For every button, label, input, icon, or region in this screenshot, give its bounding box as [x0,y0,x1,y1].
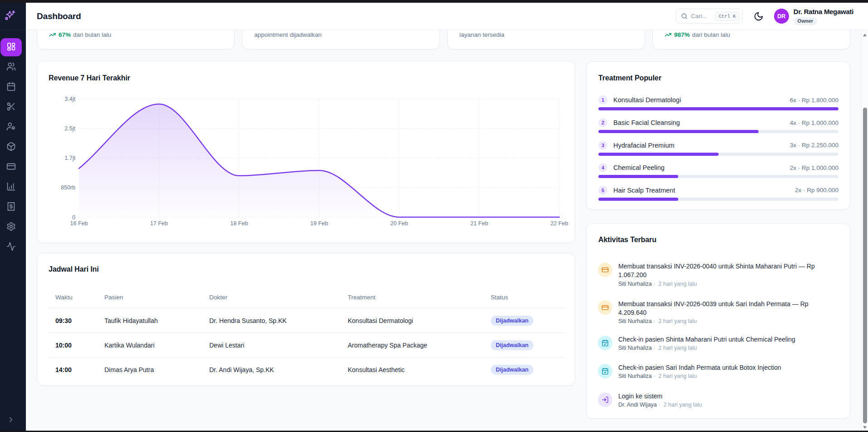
stat-text: layanan tersedia [459,30,504,40]
schedule-row[interactable]: 14:00 Dimas Arya Putra Dr. Andi Wijaya, … [48,357,565,382]
sidebar [0,3,26,432]
treatment-item[interactable]: 4Chemical Peeling2x · Rp 1.000.000 [598,163,838,184]
stat-trend: 67% dari bulan lalu [49,30,111,40]
rank-badge: 5 [598,186,607,195]
app-window: Dashboard Cari... Ctrl K DR Dr. Ratna Me… [0,3,868,432]
sidebar-item-patients[interactable] [2,58,20,76]
schedule-row[interactable]: 10:00 Kartika Wulandari Dewi Lestari Aro… [48,333,565,357]
stat-card-revenue: 67% dari bulan lalu [37,30,235,50]
activity-actor: Siti Nurhaliza [618,373,652,379]
treatment-name: Basic Facial Cleansing [613,119,680,126]
users-icon [6,62,16,73]
user-info[interactable]: Dr. Ratna Megawati Owner [794,8,853,25]
moon-icon [754,11,764,21]
treatment-item[interactable]: 5Hair Scalp Treatment2x · Rp 900.000 [598,186,838,207]
dashboard-content: 67% dari bulan lalu appointment dijadwal… [26,30,868,432]
svg-text:3.4jt: 3.4jt [64,96,75,102]
progress-fill [598,198,678,201]
column-header-dokter: Dokter [209,294,348,301]
progress-track [598,107,838,110]
cell-time: 14:00 [55,366,104,373]
dark-mode-toggle[interactable] [750,8,767,25]
cell-time: 10:00 [55,342,104,349]
status-badge: Dijadwalkan [491,316,533,326]
treatment-item[interactable]: 3Hydrafacial Premium3x · Rp 2.250.000 [598,141,838,162]
schedule-title: Jadwal Hari Ini [49,265,99,273]
scissors-icon [6,102,16,113]
stat-text: appointment dijadwalkan [254,30,322,40]
sidebar-item-appointments[interactable] [2,78,20,96]
column-header-treatment: Treatment [348,294,491,301]
schedule-row[interactable]: 09:30 Taufik Hidayatullah Dr. Hendra Sus… [48,308,565,333]
sidebar-nav [0,30,26,256]
activity-item[interactable]: Check-in pasien Shinta Maharani Putri un… [598,336,839,353]
cell-patient: Taufik Hidayatullah [104,317,209,324]
user-name: Dr. Ratna Megawati [794,8,853,16]
activity-time: 2 hari yang lalu [663,402,702,408]
calendar-check-icon [598,364,612,378]
sidebar-item-settings[interactable] [2,218,20,236]
sidebar-expand-button[interactable] [0,416,26,432]
stat-card-services: layanan tersedia [447,30,645,50]
scrollbar-thumb[interactable] [863,108,868,423]
calendar-icon [6,82,16,93]
calendar-check-icon [598,336,612,350]
svg-text:17 Feb: 17 Feb [150,220,168,227]
activity-actor: Dr. Andi Wijaya [618,402,657,408]
trending-up-icon [49,31,56,38]
bar-chart-icon [6,182,16,193]
activity-text: Membuat transaksi INV-2026-0039 untuk Sa… [618,300,838,317]
cell-treatment: Aromatherapy Spa Package [348,342,491,349]
app-logo[interactable] [0,3,26,30]
settings-icon [6,222,16,233]
progress-track [598,153,838,156]
activity-item[interactable]: Login ke sistem Dr. Andi Wijaya · 2 hari… [598,392,839,410]
stat-subtext: layanan tersedia [459,30,504,40]
page-title: Dashboard [37,11,81,21]
sidebar-item-treatments[interactable] [2,98,20,116]
treatment-item[interactable]: 2Basic Facial Cleansing4x · Rp 1.000.000 [598,118,838,139]
scrollbar-up-arrow[interactable] [863,34,867,36]
search-input[interactable]: Cari... Ctrl K [676,9,743,24]
treatment-item[interactable]: 1Konsultasi Dermatologi6x · Rp 1.800.000 [598,95,838,116]
scrollbar-down-arrow[interactable] [863,426,867,429]
sidebar-item-invoices[interactable] [2,198,20,216]
cell-treatment: Konsultasi Aesthetic [348,366,491,373]
activity-time: 2 hari yang lalu [658,373,697,379]
stat-trend-text: dari bulan lalu [73,30,111,40]
sidebar-item-dashboard[interactable] [0,38,22,56]
sidebar-item-activity[interactable] [2,238,20,256]
sidebar-item-payments[interactable] [2,158,20,176]
cell-doctor: Dr. Hendra Susanto, Sp.KK [209,317,348,324]
treatment-meta: 2x · Rp 1.000.000 [790,164,838,171]
credit-card-icon [598,300,612,315]
activity-actor: Siti Nurhaliza [618,345,652,351]
column-header-waktu: Waktu [55,294,104,301]
stat-trend-pct: 987% [674,30,690,40]
svg-text:19 Feb: 19 Feb [311,220,328,227]
treatment-meta: 6x · Rp 1.800.000 [790,97,838,104]
sidebar-item-products[interactable] [2,138,20,156]
chevron-right-icon [7,416,15,426]
user-avatar[interactable]: DR [774,9,789,24]
treatment-name: Hydrafacial Premium [613,142,675,149]
sidebar-item-staff[interactable] [2,118,20,136]
activity-time: 2 hari yang lalu [658,318,697,324]
svg-text:20 Feb: 20 Feb [390,220,408,227]
activity-item[interactable]: Membuat transaksi INV-2026-0039 untuk Sa… [598,300,839,326]
stat-subtext: appointment dijadwalkan [254,30,322,40]
vertical-scrollbar[interactable] [861,30,868,432]
activity-item[interactable]: Membuat transaksi INV-2026-0040 untuk Sh… [598,263,839,288]
stat-trend-text: dari bulan lalu [692,30,730,40]
svg-text:21 Feb: 21 Feb [470,220,488,227]
activity-item-clipped [598,418,839,419]
sidebar-item-reports[interactable] [2,178,20,196]
column-header-pasien: Pasien [104,294,209,301]
activity-actor: Siti Nurhaliza [618,318,652,324]
progress-fill [598,130,759,133]
receipt-icon [6,202,16,213]
rank-badge: 1 [598,95,607,104]
cell-treatment: Konsultasi Dermatologi [348,317,491,324]
popular-treatments-card: Treatment Populer 1Konsultasi Dermatolog… [586,61,850,210]
activity-item[interactable]: Check-in pasien Sari Indah Permata untuk… [598,364,839,381]
